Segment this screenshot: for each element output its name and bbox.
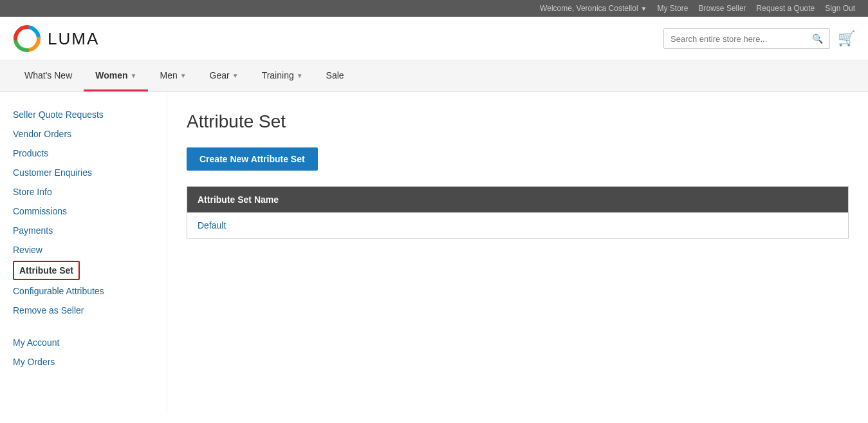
sidebar-item-attribute-set[interactable]: Attribute Set <box>13 261 80 280</box>
request-quote-link[interactable]: Request a Quote <box>757 4 815 13</box>
my-store-link[interactable]: My Store <box>658 4 688 13</box>
sidebar-item-my-account[interactable]: My Account <box>13 333 154 352</box>
nav-sale[interactable]: Sale <box>315 61 356 91</box>
sidebar-item-review[interactable]: Review <box>13 240 154 259</box>
sidebar-divider <box>13 320 154 333</box>
sidebar-item-seller-quote-requests[interactable]: Seller Quote Requests <box>13 105 154 124</box>
sidebar-item-products[interactable]: Products <box>13 144 154 163</box>
sidebar-item-configurable-attributes[interactable]: Configurable Attributes <box>13 281 154 301</box>
sidebar-item-store-info[interactable]: Store Info <box>13 182 154 202</box>
nav-men[interactable]: Men ▼ <box>148 61 198 91</box>
attribute-set-table: Attribute Set Name Default <box>187 186 849 239</box>
sidebar-item-customer-enquiries[interactable]: Customer Enquiries <box>13 163 154 182</box>
welcome-chevron-icon[interactable]: ▼ <box>641 5 647 12</box>
create-new-attribute-set-button[interactable]: Create New Attribute Set <box>187 147 318 171</box>
nav-training[interactable]: Training ▼ <box>250 61 315 91</box>
table-header-attribute-set-name: Attribute Set Name <box>187 187 849 213</box>
content-area: Seller Quote Requests Vendor Orders Prod… <box>0 92 868 414</box>
nav-men-chevron-icon: ▼ <box>180 72 187 79</box>
nav-gear[interactable]: Gear ▼ <box>198 61 250 91</box>
main-nav: What's New Women ▼ Men ▼ Gear ▼ Training… <box>0 61 868 92</box>
nav-gear-chevron-icon: ▼ <box>232 72 239 79</box>
cart-icon[interactable]: 🛒 <box>838 30 855 47</box>
nav-whats-new[interactable]: What's New <box>13 61 84 91</box>
search-input[interactable] <box>664 30 806 48</box>
nav-women[interactable]: Women ▼ <box>84 61 148 91</box>
nav-training-chevron-icon: ▼ <box>297 72 303 79</box>
nav-women-chevron-icon: ▼ <box>131 72 137 79</box>
logo-text: LUMA <box>48 29 99 49</box>
welcome-text: Welcome, Veronica Costellol <box>540 4 638 13</box>
table-row: Default <box>187 212 849 239</box>
search-button[interactable]: 🔍 <box>806 29 829 48</box>
sidebar-item-vendor-orders[interactable]: Vendor Orders <box>13 124 154 144</box>
page-title: Attribute Set <box>187 111 849 132</box>
sidebar-item-payments[interactable]: Payments <box>13 221 154 240</box>
welcome-user: Welcome, Veronica Costellol ▼ <box>540 4 647 13</box>
luma-logo-icon <box>13 24 41 53</box>
main-content: Attribute Set Create New Attribute Set A… <box>167 92 868 414</box>
browse-seller-link[interactable]: Browse Seller <box>699 4 746 13</box>
sidebar-item-commissions[interactable]: Commissions <box>13 202 154 221</box>
sidebar: Seller Quote Requests Vendor Orders Prod… <box>0 92 167 414</box>
sidebar-item-remove-as-seller[interactable]: Remove as Seller <box>13 301 154 320</box>
attribute-set-default-link[interactable]: Default <box>198 220 226 230</box>
sidebar-item-my-orders[interactable]: My Orders <box>13 352 154 371</box>
logo-link[interactable]: LUMA <box>13 24 99 53</box>
search-box: 🔍 <box>663 28 830 49</box>
header: LUMA 🔍 🛒 <box>0 17 868 61</box>
sign-out-link[interactable]: Sign Out <box>825 4 855 13</box>
table-header-row: Attribute Set Name <box>187 187 849 213</box>
table-cell-name: Default <box>187 212 849 239</box>
header-right: 🔍 🛒 <box>663 28 855 49</box>
top-bar: Welcome, Veronica Costellol ▼ My Store B… <box>0 0 868 17</box>
